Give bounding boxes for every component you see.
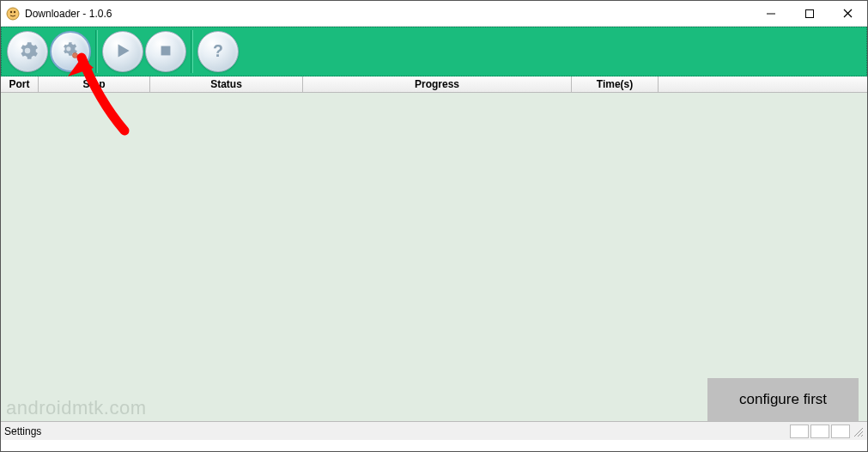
window-controls — [751, 1, 867, 26]
gear-small-icon — [59, 40, 82, 64]
status-panel — [831, 425, 850, 438]
window-title: Downloader - 1.0.6 — [25, 8, 751, 20]
svg-rect-4 — [805, 9, 813, 17]
table-body: androidmtk.com configure first — [1, 93, 867, 421]
column-header-port[interactable]: Port — [1, 76, 39, 92]
statusbar-text: Settings — [4, 425, 790, 437]
play-icon — [112, 40, 134, 64]
svg-point-0 — [7, 8, 19, 20]
minimize-button[interactable] — [751, 1, 790, 26]
column-header-time[interactable]: Time(s) — [572, 76, 659, 92]
column-header-blank — [659, 76, 867, 92]
titlebar: Downloader - 1.0.6 — [1, 1, 867, 27]
question-icon: ? — [207, 40, 229, 64]
toolbar-separator — [191, 30, 193, 73]
settings-button[interactable] — [7, 31, 48, 72]
maximize-button[interactable] — [790, 1, 829, 26]
stop-button[interactable] — [145, 31, 186, 72]
svg-text:?: ? — [213, 40, 223, 59]
svg-point-1 — [10, 10, 12, 12]
svg-rect-10 — [161, 46, 171, 55]
start-button[interactable] — [102, 31, 143, 72]
svg-point-2 — [14, 10, 15, 12]
svg-line-14 — [861, 435, 863, 437]
statusbar-panels — [790, 425, 850, 438]
app-icon — [6, 7, 20, 21]
gear-icon — [16, 40, 39, 64]
svg-point-9 — [72, 52, 77, 58]
status-panel — [790, 425, 809, 438]
column-header-status[interactable]: Status — [150, 76, 303, 92]
configure-button[interactable] — [50, 31, 91, 72]
resize-grip[interactable] — [852, 425, 864, 437]
toolbar: ? — [1, 27, 867, 76]
status-panel — [810, 425, 829, 438]
table-header: Port Step Status Progress Time(s) — [1, 76, 867, 93]
column-header-progress[interactable]: Progress — [303, 76, 572, 92]
column-header-step[interactable]: Step — [39, 76, 150, 92]
callout-annotation: configure first — [707, 378, 859, 421]
statusbar: Settings — [1, 421, 867, 440]
svg-point-8 — [66, 46, 70, 51]
close-button[interactable] — [829, 1, 867, 26]
toolbar-separator — [95, 30, 98, 73]
stop-icon — [155, 40, 177, 64]
svg-point-7 — [25, 47, 31, 53]
help-button[interactable]: ? — [197, 31, 239, 72]
watermark-text: androidmtk.com — [6, 397, 147, 419]
